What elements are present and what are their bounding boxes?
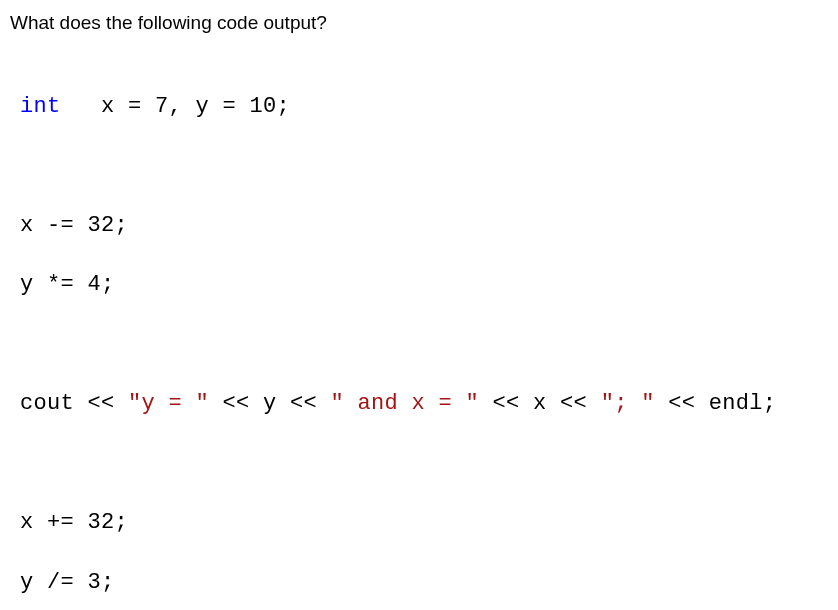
code-line-6: cout << "y = " << y << " and x = " << x … [20, 389, 828, 419]
blank-line [20, 449, 828, 479]
blank-line [20, 330, 828, 360]
code-line-9: y /= 3; [20, 568, 828, 598]
code-line-4: y *= 4; [20, 270, 828, 300]
code-line-8: x += 32; [20, 508, 828, 538]
keyword-int: int [20, 94, 61, 119]
code-line-3: x -= 32; [20, 211, 828, 241]
code-text: << x << [479, 391, 601, 416]
string-literal: " and x = " [331, 391, 480, 416]
code-line-1: int x = 7, y = 10; [20, 92, 828, 122]
code-text: << y << [209, 391, 331, 416]
code-block: int x = 7, y = 10; x -= 32; y *= 4; cout… [10, 62, 828, 610]
string-literal: "; " [601, 391, 655, 416]
code-text: << endl; [655, 391, 777, 416]
blank-line [20, 151, 828, 181]
code-text: cout << [20, 391, 128, 416]
string-literal: "y = " [128, 391, 209, 416]
code-text: x = 7, y = 10; [61, 94, 291, 119]
question-text: What does the following code output? [10, 12, 828, 34]
